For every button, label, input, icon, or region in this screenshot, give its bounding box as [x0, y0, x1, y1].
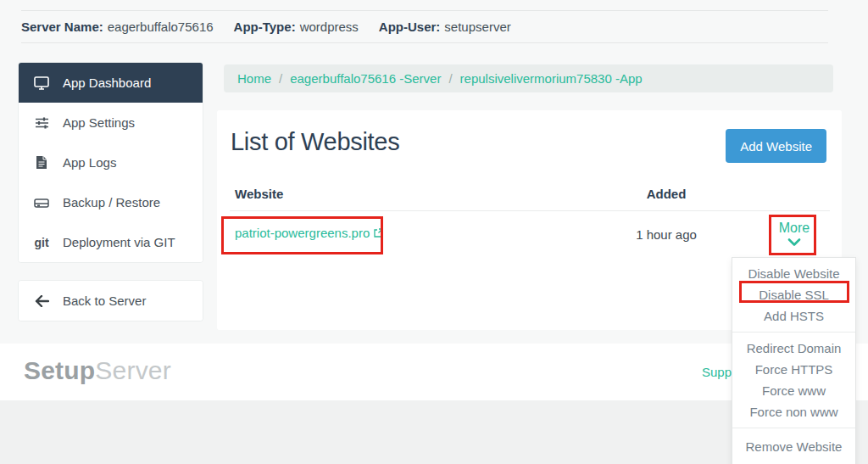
back-to-server-card: Back to Server — [18, 280, 203, 321]
app-window: Server Name: eagerbuffalo75616 App-Type:… — [0, 0, 868, 464]
file-text-icon — [33, 155, 50, 170]
app-user-pair: App-User: setupserver — [379, 20, 511, 34]
menu-item-redirect-domain[interactable]: Redirect Domain — [732, 338, 855, 359]
setupserver-logo: SetupServer — [24, 356, 171, 385]
menu-item-remove-website[interactable]: Remove Website — [732, 436, 855, 457]
breadcrumb-separator: / — [279, 71, 282, 86]
menu-item-force-https[interactable]: Force HTTPS — [732, 359, 855, 380]
dropdown-group: Redirect Domain Force HTTPS Force www Fo… — [732, 332, 855, 428]
server-info-bar: Server Name: eagerbuffalo75616 App-Type:… — [21, 10, 828, 43]
app-type-value: wordpress — [300, 20, 359, 34]
breadcrumb: Home / eagerbuffalo75616 -Server / repul… — [224, 64, 833, 92]
git-icon: git — [33, 236, 50, 249]
added-cell: 1 hour ago — [615, 227, 717, 242]
app-user-label: App-User: — [379, 20, 441, 34]
hard-drive-icon — [33, 197, 50, 209]
chevron-down-icon — [765, 238, 824, 246]
table-header-website: Website — [235, 187, 283, 201]
sidebar-item-label: Deployment via GIT — [63, 235, 175, 249]
more-dropdown-menu: Disable Website Disable SSL Add HSTS Red… — [732, 257, 856, 464]
sidebar-item-back-to-server[interactable]: Back to Server — [19, 281, 203, 321]
table-header-added: Added — [615, 187, 717, 201]
external-link-icon — [374, 228, 383, 238]
menu-item-disable-website[interactable]: Disable Website — [732, 263, 855, 284]
breadcrumb-separator: / — [448, 71, 452, 86]
menu-item-force-non-www[interactable]: Force non www — [732, 401, 855, 422]
website-link[interactable]: patriot-powergreens.pro — [235, 226, 383, 240]
server-name-pair: Server Name: eagerbuffalo75616 — [21, 20, 214, 34]
sidebar-item-backup-restore[interactable]: Backup / Restore — [19, 182, 203, 222]
more-menu-toggle[interactable]: More — [765, 221, 824, 246]
breadcrumb-home-link[interactable]: Home — [237, 71, 271, 86]
sidebar-item-app-settings[interactable]: App Settings — [19, 103, 203, 143]
more-label: More — [765, 221, 824, 236]
sidebar-item-label: Back to Server — [63, 293, 146, 308]
app-type-pair: App-Type: wordpress — [234, 20, 359, 34]
sliders-icon — [33, 116, 50, 130]
app-type-label: App-Type: — [234, 20, 296, 34]
page-title: List of Websites — [231, 128, 399, 156]
logo-bold-part: Setup — [24, 356, 95, 384]
monitor-icon — [33, 76, 50, 90]
logo-light-part: Server — [95, 356, 171, 384]
sidebar-item-label: App Logs — [63, 155, 116, 170]
menu-item-add-hsts[interactable]: Add HSTS — [732, 305, 855, 327]
add-website-button[interactable]: Add Website — [726, 129, 826, 163]
sidebar-item-label: App Settings — [63, 115, 135, 130]
arrow-left-icon — [33, 295, 50, 307]
sidebar-nav: App Dashboard App Settings App Logs — [18, 62, 203, 263]
server-name-value: eagerbuffalo75616 — [108, 20, 214, 34]
table-header-divider — [230, 210, 830, 211]
sidebar-item-label: Backup / Restore — [63, 195, 160, 210]
breadcrumb-server-link[interactable]: eagerbuffalo75616 -Server — [290, 71, 441, 86]
menu-item-force-www[interactable]: Force www — [732, 380, 855, 401]
app-user-value: setupserver — [444, 20, 510, 34]
menu-item-disable-ssl[interactable]: Disable SSL — [732, 284, 855, 305]
sidebar-item-label: App Dashboard — [63, 75, 151, 90]
sidebar-item-deployment-git[interactable]: git Deployment via GIT — [19, 222, 203, 262]
dropdown-group: Disable Website Disable SSL Add HSTS — [732, 258, 855, 332]
sidebar-item-app-logs[interactable]: App Logs — [19, 143, 203, 182]
dropdown-group: Remove Website — [732, 428, 855, 464]
breadcrumb-app-link[interactable]: repulsivelivermorium75830 -App — [460, 71, 643, 86]
website-link-label: patriot-powergreens.pro — [235, 226, 370, 240]
server-name-label: Server Name: — [21, 20, 103, 34]
sidebar-item-app-dashboard[interactable]: App Dashboard — [19, 63, 203, 103]
